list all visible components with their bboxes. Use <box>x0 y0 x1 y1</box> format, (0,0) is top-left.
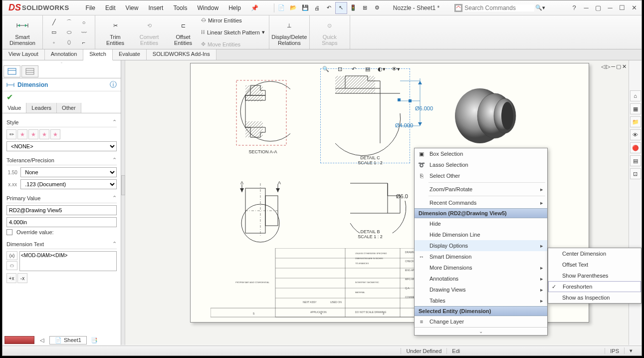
panel-tab-feature-icon[interactable] <box>3 65 20 77</box>
display-delete-relations-button[interactable]: ⊥ Display/Delete Relations <box>273 19 305 46</box>
ctx-zoom-pan-rotate[interactable]: Zoom/Pan/Rotate▸ <box>415 184 547 195</box>
circle-tool-icon[interactable]: ○ <box>77 18 91 27</box>
ctx-select-other[interactable]: ⎘Select Other <box>415 170 547 181</box>
minimize-inner-icon[interactable]: ─ <box>581 3 592 12</box>
sheet-tab-1[interactable]: 📄Sheet1 <box>49 336 87 345</box>
panel-tab-property-icon[interactable] <box>21 65 38 77</box>
spline-tool-icon[interactable]: 〰 <box>77 28 91 37</box>
maximize-icon[interactable]: ☐ <box>617 3 628 12</box>
zoom-fit-icon[interactable]: 🔍 <box>320 64 332 74</box>
style-icon-1[interactable]: ✏ <box>6 129 16 139</box>
sheet-add-icon[interactable]: 📑 <box>87 336 102 344</box>
zoom-area-icon[interactable]: ⊡ <box>334 64 346 74</box>
display-style-icon[interactable]: ◐▾ <box>376 64 388 74</box>
style-icon-4[interactable]: ★ <box>39 129 49 139</box>
tab-addins[interactable]: SOLIDWORKS Add-Ins <box>147 49 216 60</box>
help-icon[interactable]: ? <box>569 3 580 12</box>
primary-name-input[interactable] <box>6 205 117 215</box>
arc-tool-icon[interactable]: ⌒ <box>62 18 76 27</box>
rt-appearance-icon[interactable]: 🔴 <box>630 142 641 153</box>
dimtext-icon-2[interactable]: ⬭ <box>6 261 17 270</box>
ctx-change-layer[interactable]: ≡Change Layer <box>415 316 547 327</box>
menu-insert[interactable]: Insert <box>144 2 168 13</box>
ctx-box-selection[interactable]: ▣Box Selection <box>415 148 547 159</box>
rt-home-icon[interactable]: ⌂ <box>630 90 641 101</box>
slot-tool-icon[interactable]: ⬭ <box>62 28 76 37</box>
new-doc-icon[interactable]: 📄 <box>275 2 287 14</box>
linear-pattern-button[interactable]: ⁞⁞Linear Sketch Pattern▾ <box>201 28 265 37</box>
divider-handle-icon[interactable] <box>121 175 125 195</box>
subtab-value[interactable]: Value <box>2 103 26 113</box>
section-primary-header[interactable]: Primary Value⌃ <box>6 193 117 203</box>
rt-folder-icon[interactable]: 📁 <box>630 116 641 127</box>
menu-file[interactable]: File <box>81 2 100 13</box>
rebuild-icon[interactable]: 🚦 <box>347 2 359 14</box>
rect-tool-icon[interactable]: ▭ <box>47 28 61 37</box>
menu-window[interactable]: Window <box>193 2 223 13</box>
rt-custom-icon[interactable]: ⊡ <box>630 168 641 179</box>
sub-show-inspection[interactable]: Show as Inspection <box>548 292 641 303</box>
dimtext-icon-1[interactable]: (x) <box>6 251 17 260</box>
menu-edit[interactable]: Edit <box>101 2 120 13</box>
rt-view-icon[interactable]: 👁 <box>630 129 641 140</box>
canvas-close-icon[interactable]: ✕ <box>622 63 627 70</box>
dim-62-text[interactable]: Ø6.0 <box>396 193 408 199</box>
canvas-max-icon[interactable]: ▢ <box>616 63 621 70</box>
canvas-prev-icon[interactable]: ◁ <box>601 63 605 70</box>
tab-annotation[interactable]: Annotation <box>45 49 84 60</box>
quick-snaps-button[interactable]: ⊙ Quick Snaps <box>314 19 346 46</box>
line-tool-icon[interactable]: ╱ <box>47 18 61 27</box>
pin-icon[interactable]: 📌 <box>246 2 263 13</box>
canvas-min-icon[interactable]: ─ <box>611 63 615 70</box>
style-icon-3[interactable]: ★ <box>28 129 38 139</box>
precision-select[interactable]: .123 (Document) <box>20 179 117 189</box>
ctx-recent-commands[interactable]: Recent Commands▸ <box>415 197 547 208</box>
ellipse-tool-icon[interactable]: ⬯ <box>62 38 76 47</box>
ctx-display-options[interactable]: Display Options▸ <box>415 240 547 251</box>
print-icon[interactable]: 🖨 <box>311 2 323 14</box>
undo-icon[interactable]: ↶ <box>323 2 335 14</box>
restore-inner-icon[interactable]: ▢ <box>593 3 604 12</box>
fillet-tool-icon[interactable]: ⌐ <box>77 38 91 47</box>
dimtext-bottom-icon-1[interactable]: +x <box>6 273 16 283</box>
tolerance-type-select[interactable]: None <box>20 167 117 177</box>
ctx-tables[interactable]: Tables▸ <box>415 295 547 306</box>
subtab-other[interactable]: Other <box>57 103 81 113</box>
dimtext-bottom-icon-2[interactable]: -x <box>17 273 27 283</box>
tab-view-layout[interactable]: View Layout <box>2 49 45 60</box>
panel-ok-button[interactable]: ✔ <box>2 91 121 103</box>
style-icon-2[interactable]: ★ <box>17 129 27 139</box>
subtab-leaders[interactable]: Leaders <box>26 103 57 113</box>
minimize-icon[interactable]: ─ <box>605 3 616 12</box>
ctx-more-dimensions[interactable]: More Dimensions▸ <box>415 262 547 273</box>
panel-help-icon[interactable]: ⓘ <box>110 80 117 89</box>
status-units[interactable]: IPS <box>605 348 624 354</box>
tab-sketch[interactable]: Sketch <box>83 49 113 60</box>
offset-entities-button[interactable]: ⊏ Offset Entities <box>167 19 199 46</box>
style-icon-5[interactable]: ★ <box>50 129 60 139</box>
open-icon[interactable]: 📂 <box>287 2 299 14</box>
status-arrow-icon[interactable]: ▾ <box>624 348 638 354</box>
prev-view-icon[interactable]: ↶ <box>348 64 360 74</box>
menu-tools[interactable]: Tools <box>169 2 192 13</box>
sub-foreshorten[interactable]: ✓Foreshorten <box>548 281 641 292</box>
dim-4-text[interactable]: Ø4.000 <box>395 122 413 128</box>
dim-6-text[interactable]: Ø6.000 <box>415 105 433 111</box>
move-entities-button[interactable]: ✥Move Entities <box>201 40 265 49</box>
ctx-smart-dimension[interactable]: ↔Smart Dimension <box>415 251 547 262</box>
point-tool-icon[interactable]: ◦ <box>47 38 61 47</box>
convert-entities-button[interactable]: ⟲ Convert Entities <box>133 19 165 46</box>
mirror-entities-button[interactable]: ⦵Mirror Entities <box>201 16 265 25</box>
tab-evaluate[interactable]: Evaluate <box>113 49 147 60</box>
ctx-hide[interactable]: Hide <box>415 218 547 229</box>
smart-dimension-button[interactable]: Smart Dimension <box>6 19 38 46</box>
sub-center-dimension[interactable]: Center Dimension <box>548 248 641 259</box>
override-checkbox[interactable] <box>6 229 12 235</box>
sub-show-parentheses[interactable]: Show Parentheses <box>548 270 641 281</box>
ctx-hide-dimension-line[interactable]: Hide Dimension Line <box>415 229 547 240</box>
sub-offset-text[interactable]: Offset Text <box>548 259 641 270</box>
trim-entities-button[interactable]: ✂ Trim Entities <box>99 19 131 46</box>
select-icon[interactable]: ↖ <box>335 2 347 14</box>
sheet-prev-icon[interactable]: ◁ <box>34 336 49 344</box>
save-icon[interactable]: 💾 <box>299 2 311 14</box>
